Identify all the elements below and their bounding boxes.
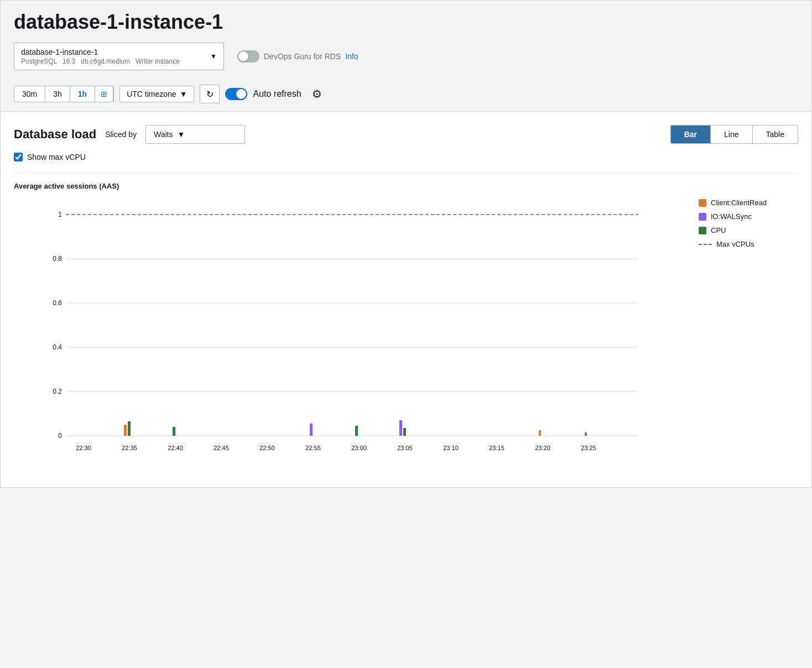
legend-item-cpu: CPU — [699, 226, 798, 234]
view-buttons-group: Bar Line Table — [670, 125, 798, 144]
calendar-grid-icon[interactable]: ⊞ — [95, 86, 113, 102]
page-wrapper: database-1-instance-1 database-1-instanc… — [0, 0, 812, 488]
svg-text:22:40: 22:40 — [168, 445, 183, 451]
svg-rect-29 — [355, 426, 358, 436]
sliced-by-value: Waits — [154, 130, 173, 139]
show-max-vcpu-row: Show max vCPU — [14, 153, 798, 161]
header-section: database-1-instance-1 database-1-instanc… — [1, 1, 811, 112]
instance-selector-row: database-1-instance-1 PostgreSQL 16.3 db… — [14, 43, 798, 70]
legend-label-cpu: CPU — [711, 226, 726, 234]
svg-rect-33 — [585, 432, 587, 436]
chart-plot: Average active sessions (AAS) 1 0.8 0.6 … — [14, 182, 688, 474]
legend-item-max-vcpus: Max vCPUs — [699, 240, 798, 248]
instance-name: database-1-instance-1 — [21, 48, 180, 56]
svg-text:22:30: 22:30 — [76, 445, 91, 451]
svg-rect-31 — [403, 428, 406, 436]
database-load-title: Database load — [14, 127, 96, 142]
sliced-by-label: Sliced by — [105, 130, 137, 139]
sliced-by-chevron-icon: ▼ — [177, 130, 185, 139]
legend-color-cpu — [699, 227, 706, 234]
main-content: Database load Sliced by Waits ▼ Bar Line… — [1, 112, 811, 487]
time-buttons-group: 30m 3h 1h ⊞ — [14, 86, 114, 102]
svg-text:0.6: 0.6 — [53, 299, 62, 307]
svg-text:0.2: 0.2 — [53, 388, 62, 395]
svg-text:23:15: 23:15 — [489, 445, 504, 451]
view-btn-table[interactable]: Table — [753, 126, 798, 143]
chevron-down-icon: ▼ — [210, 53, 217, 60]
legend-label-client-read: Client:ClientRead — [711, 199, 767, 207]
settings-button[interactable]: ⚙ — [307, 85, 327, 103]
legend-label-max-vcpus: Max vCPUs — [716, 240, 754, 248]
devops-guru-toggle[interactable] — [237, 50, 259, 62]
chart-svg: 1 0.8 0.6 0.4 0.2 0 — [14, 196, 688, 472]
page-title: database-1-instance-1 — [14, 11, 798, 34]
info-link[interactable]: Info — [345, 52, 358, 61]
svg-text:0.4: 0.4 — [53, 343, 62, 351]
legend-dashed-max-vcpus — [699, 244, 712, 245]
timezone-chevron-icon: ▼ — [180, 90, 188, 98]
legend-label-io-walsync: IO:WALSync — [711, 212, 752, 221]
svg-text:0.8: 0.8 — [53, 255, 62, 263]
chart-area: Average active sessions (AAS) 1 0.8 0.6 … — [14, 173, 798, 474]
svg-text:22:45: 22:45 — [214, 445, 229, 451]
svg-rect-28 — [310, 424, 313, 436]
svg-text:23:25: 23:25 — [581, 445, 596, 451]
devops-guru-section: DevOps Guru for RDS Info — [237, 50, 358, 62]
legend-color-io-walsync — [699, 213, 706, 221]
svg-rect-32 — [539, 430, 541, 436]
legend-item-client-read: Client:ClientRead — [699, 199, 798, 207]
sliced-by-dropdown[interactable]: Waits ▼ — [145, 125, 245, 144]
view-btn-line[interactable]: Line — [711, 126, 752, 143]
timezone-label: UTC timezone — [127, 90, 176, 98]
chart-svg-container: 1 0.8 0.6 0.4 0.2 0 — [14, 196, 688, 474]
timezone-dropdown[interactable]: UTC timezone ▼ — [119, 86, 194, 102]
time-btn-30m[interactable]: 30m — [14, 86, 45, 102]
instance-dropdown[interactable]: database-1-instance-1 PostgreSQL 16.3 db… — [14, 43, 224, 70]
svg-text:1: 1 — [58, 211, 62, 218]
svg-text:23:00: 23:00 — [351, 445, 367, 451]
svg-text:23:10: 23:10 — [443, 445, 459, 451]
refresh-button[interactable]: ↻ — [200, 85, 220, 103]
auto-refresh-label: Auto refresh — [253, 89, 301, 99]
gear-icon: ⚙ — [312, 87, 322, 101]
svg-rect-25 — [124, 425, 127, 436]
svg-rect-27 — [173, 427, 175, 436]
instance-meta: PostgreSQL 16.3 db.c6gd.medium Writer in… — [21, 58, 180, 65]
chart-section-header: Database load Sliced by Waits ▼ Bar Line… — [14, 125, 798, 144]
refresh-icon: ↻ — [206, 89, 214, 100]
show-max-vcpu-checkbox[interactable] — [14, 153, 23, 161]
legend-color-client-read — [699, 199, 706, 207]
devops-guru-label: DevOps Guru for RDS — [264, 52, 341, 61]
svg-text:22:50: 22:50 — [259, 445, 275, 451]
instance-dropdown-left: database-1-instance-1 PostgreSQL 16.3 db… — [21, 48, 180, 65]
svg-text:23:20: 23:20 — [535, 445, 550, 451]
chart-legend: Client:ClientRead IO:WALSync CPU Max vCP… — [688, 182, 798, 474]
time-btn-3h[interactable]: 3h — [45, 86, 70, 102]
svg-text:22:55: 22:55 — [305, 445, 321, 451]
svg-text:0: 0 — [58, 432, 62, 440]
show-max-vcpu-label: Show max vCPU — [27, 153, 86, 161]
view-btn-bar[interactable]: Bar — [671, 126, 711, 143]
auto-refresh-toggle[interactable] — [225, 88, 247, 100]
chart-title: Average active sessions (AAS) — [14, 182, 688, 190]
time-btn-1h[interactable]: 1h — [70, 86, 95, 102]
svg-rect-30 — [399, 420, 402, 436]
legend-item-io-walsync: IO:WALSync — [699, 212, 798, 221]
toolbar-row: 30m 3h 1h ⊞ UTC timezone ▼ ↻ Auto refres… — [14, 78, 798, 111]
svg-rect-26 — [128, 421, 131, 436]
svg-text:23:05: 23:05 — [397, 445, 413, 451]
svg-text:22:35: 22:35 — [122, 445, 137, 451]
